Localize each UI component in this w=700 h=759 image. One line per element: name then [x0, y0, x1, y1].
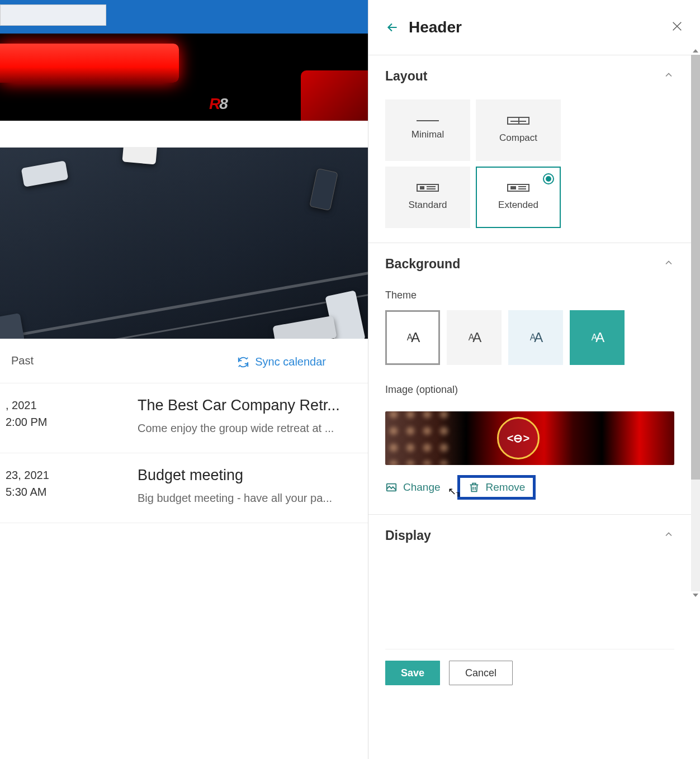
car-badge: RR88	[209, 95, 227, 113]
display-heading: Display	[385, 528, 431, 543]
top-bar	[0, 0, 368, 34]
sync-calendar-button[interactable]: Sync calendar	[237, 355, 326, 368]
theme-swatch-1[interactable]: AA	[385, 310, 440, 365]
scrollbar-thumb[interactable]	[691, 55, 700, 480]
layout-heading: Layout	[385, 69, 427, 84]
close-icon	[671, 20, 683, 32]
event-datetime: , 2021 2:00 PM	[0, 397, 123, 435]
layout-option-extended[interactable]: Extended	[476, 167, 561, 228]
chevron-up-icon	[663, 529, 674, 540]
sync-label: Sync calendar	[255, 355, 326, 368]
remove-image-button[interactable]: Remove ↖╖	[457, 475, 536, 500]
arrow-left-icon	[385, 20, 400, 35]
image-icon	[385, 481, 398, 494]
close-button[interactable]	[671, 20, 683, 35]
aerial-image	[0, 148, 368, 339]
cursor-icon: ↖╖	[448, 485, 461, 497]
background-section: Background Theme AA AA AA AA Image (opti…	[368, 243, 691, 514]
back-button[interactable]	[385, 20, 400, 35]
theme-swatches: AA AA AA AA	[385, 310, 674, 365]
event-title: Budget meeting	[138, 467, 368, 484]
theme-label: Theme	[385, 290, 674, 301]
search-input[interactable]	[0, 4, 106, 26]
event-row[interactable]: 23, 2021 5:30 AM Budget meeting Big budg…	[0, 453, 368, 523]
event-desc: Come enjoy the group wide retreat at ...	[138, 422, 368, 435]
panel-footer: Save Cancel	[385, 649, 674, 685]
layout-option-standard[interactable]: Standard	[385, 167, 470, 228]
trash-icon	[468, 481, 480, 494]
panel-title: Header	[409, 18, 462, 36]
background-image-preview[interactable]: <⊖>	[385, 411, 674, 465]
panel-header: Header	[368, 0, 700, 55]
layout-option-compact[interactable]: Compact	[476, 99, 561, 161]
header-settings-panel: Header Layout Minimal Compact Standard E…	[368, 0, 700, 759]
extended-icon	[507, 184, 529, 192]
event-row[interactable]: , 2021 2:00 PM The Best Car Company Retr…	[0, 383, 368, 453]
compact-icon	[507, 117, 529, 125]
sync-icon	[237, 356, 249, 368]
collapse-background[interactable]	[663, 257, 674, 272]
standard-icon	[417, 184, 439, 192]
background-heading: Background	[385, 257, 460, 272]
site-header-banner: RR88	[0, 34, 368, 121]
focal-point-icon[interactable]: <⊖>	[497, 417, 540, 459]
layout-section: Layout Minimal Compact Standard Extended	[368, 55, 691, 243]
event-desc: Big budget meeting - have all your pa...	[138, 492, 368, 505]
chevron-up-icon	[663, 257, 674, 268]
collapse-display[interactable]	[663, 528, 674, 543]
change-image-button[interactable]: Change	[385, 481, 441, 494]
tab-past[interactable]: Past	[11, 354, 34, 367]
layout-option-minimal[interactable]: Minimal	[385, 99, 470, 161]
events-toolbar: Past Sync calendar	[0, 339, 368, 383]
collapse-layout[interactable]	[663, 69, 674, 84]
image-label: Image (optional)	[385, 384, 674, 396]
panel-scrollbar[interactable]	[691, 55, 700, 591]
cancel-button[interactable]: Cancel	[449, 661, 513, 685]
theme-swatch-4[interactable]: AA	[570, 310, 625, 365]
page-main: RR88 Past Sync calendar , 2021 2:00 PM T…	[0, 0, 368, 759]
theme-swatch-3[interactable]: AA	[508, 310, 563, 365]
display-section: Display	[368, 514, 691, 577]
theme-swatch-2[interactable]: AA	[447, 310, 502, 365]
save-button[interactable]: Save	[385, 661, 440, 685]
chevron-up-icon	[663, 69, 674, 80]
event-datetime: 23, 2021 5:30 AM	[0, 467, 123, 505]
minimal-icon	[417, 120, 439, 121]
event-title: The Best Car Company Retr...	[138, 397, 368, 414]
